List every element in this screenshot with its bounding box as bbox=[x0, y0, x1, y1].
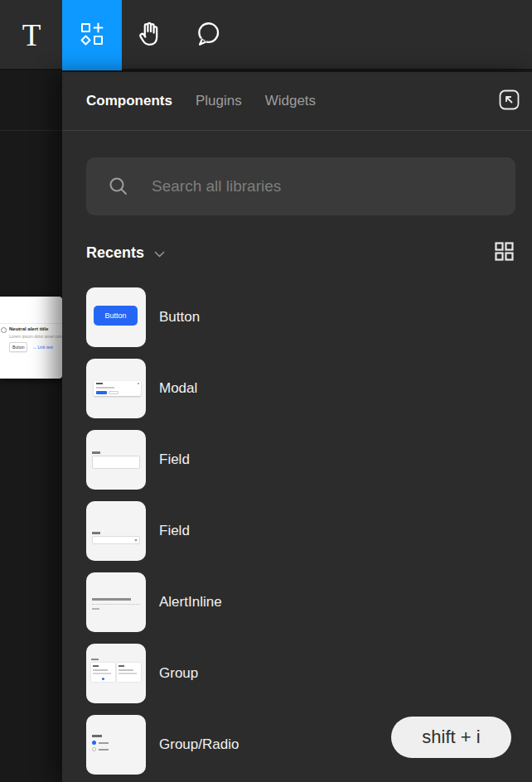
alert-info-icon bbox=[1, 327, 7, 333]
component-list: Button Button Modal Field F bbox=[86, 287, 532, 782]
list-item-button[interactable]: Button Button bbox=[86, 287, 532, 347]
shortcut-badge: shift + i bbox=[391, 717, 511, 758]
list-item-field-input[interactable]: Field bbox=[86, 430, 532, 490]
recents-header: Recents bbox=[86, 241, 514, 264]
item-label: Modal bbox=[159, 380, 197, 397]
alert-link: → Link text bbox=[32, 345, 53, 350]
card-divider bbox=[0, 323, 62, 324]
components-tool-button[interactable] bbox=[62, 0, 122, 70]
item-label: Field bbox=[159, 451, 190, 468]
item-label: AlertInline bbox=[159, 594, 222, 611]
tab-widgets[interactable]: Widgets bbox=[265, 93, 316, 109]
alert-title: Neutral alert title bbox=[9, 326, 48, 331]
alert-button: Button bbox=[9, 342, 27, 352]
chevron-down-icon[interactable] bbox=[154, 247, 165, 262]
alert-body: Lorem ipsum dolor amet consect bbox=[9, 334, 62, 339]
popout-button[interactable] bbox=[498, 90, 520, 113]
thumb-modal-card bbox=[94, 381, 141, 396]
comment-icon bbox=[194, 20, 222, 51]
list-item-group[interactable]: Group bbox=[86, 644, 532, 703]
alertinline-thumbnail bbox=[86, 572, 146, 632]
panel-tabs: Components Plugins Widgets bbox=[86, 72, 482, 130]
group-thumbnail bbox=[86, 644, 146, 703]
search-bar[interactable] bbox=[86, 157, 515, 215]
search-icon bbox=[108, 176, 129, 197]
components-icon bbox=[78, 20, 106, 51]
thumb-button: Button bbox=[94, 306, 138, 326]
text-tool-button[interactable]: T bbox=[10, 0, 53, 70]
modal-thumbnail bbox=[86, 359, 146, 418]
list-item-alertinline[interactable]: AlertInline bbox=[86, 572, 532, 632]
hand-tool-button[interactable] bbox=[133, 0, 169, 70]
recents-title[interactable]: Recents bbox=[86, 244, 144, 262]
item-label: Field bbox=[159, 523, 190, 539]
hand-icon bbox=[136, 19, 166, 52]
comment-tool-button[interactable] bbox=[190, 0, 226, 70]
tabs-divider bbox=[62, 130, 532, 131]
item-label: Group bbox=[159, 665, 198, 682]
list-item-field-select[interactable]: Field bbox=[86, 501, 532, 561]
item-label: Button bbox=[159, 309, 200, 326]
field-select-thumbnail bbox=[86, 501, 146, 561]
field-input-thumbnail bbox=[86, 430, 146, 490]
canvas-frame-edge bbox=[0, 130, 62, 131]
search-input[interactable] bbox=[152, 177, 515, 196]
popout-arrow-icon bbox=[498, 89, 520, 114]
toolbar: T bbox=[0, 0, 532, 70]
grid-view-icon[interactable] bbox=[495, 242, 514, 264]
canvas-alert-card: Neutral alert title Lorem ipsum dolor am… bbox=[0, 297, 62, 379]
text-tool-icon: T bbox=[22, 20, 41, 51]
list-item-modal[interactable]: Modal bbox=[86, 359, 532, 418]
tab-plugins[interactable]: Plugins bbox=[196, 93, 242, 109]
group-radio-thumbnail bbox=[86, 715, 146, 775]
tab-components[interactable]: Components bbox=[86, 93, 172, 109]
item-label: Group/Radio bbox=[159, 736, 239, 753]
components-panel: Components Plugins Widgets Recents bbox=[62, 72, 532, 782]
button-thumbnail: Button bbox=[86, 287, 146, 347]
